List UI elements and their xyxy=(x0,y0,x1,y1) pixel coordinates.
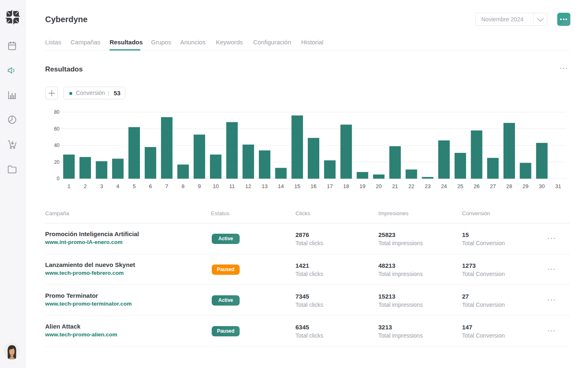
svg-text:14: 14 xyxy=(278,183,284,189)
svg-text:13: 13 xyxy=(262,183,268,189)
svg-text:40: 40 xyxy=(54,143,60,148)
svg-text:28: 28 xyxy=(506,183,512,189)
svg-text:80: 80 xyxy=(54,109,60,115)
svg-text:8: 8 xyxy=(182,183,185,189)
svg-text:3: 3 xyxy=(100,183,103,189)
svg-text:24: 24 xyxy=(441,183,447,189)
svg-text:2: 2 xyxy=(84,183,87,189)
svg-text:29: 29 xyxy=(522,183,528,189)
svg-text:26: 26 xyxy=(474,183,479,189)
svg-text:16: 16 xyxy=(311,183,316,189)
svg-text:25: 25 xyxy=(458,183,463,189)
svg-text:21: 21 xyxy=(392,183,398,189)
svg-text:19: 19 xyxy=(359,183,365,189)
svg-text:4: 4 xyxy=(117,183,119,189)
svg-text:27: 27 xyxy=(490,183,496,189)
svg-text:0: 0 xyxy=(57,176,59,182)
svg-text:23: 23 xyxy=(425,183,430,189)
svg-text:7: 7 xyxy=(165,183,168,189)
svg-text:20: 20 xyxy=(54,159,60,165)
svg-text:18: 18 xyxy=(343,183,349,189)
svg-text:12: 12 xyxy=(245,183,251,189)
svg-text:11: 11 xyxy=(229,183,235,189)
svg-text:22: 22 xyxy=(408,183,414,189)
svg-text:9: 9 xyxy=(198,183,201,189)
svg-text:60: 60 xyxy=(54,126,60,132)
svg-text:31: 31 xyxy=(555,183,561,189)
svg-text:15: 15 xyxy=(294,183,300,189)
svg-text:6: 6 xyxy=(149,183,152,189)
svg-text:30: 30 xyxy=(539,183,545,189)
svg-text:10: 10 xyxy=(213,183,218,189)
svg-text:20: 20 xyxy=(376,183,382,189)
svg-text:17: 17 xyxy=(327,183,333,189)
svg-text:1: 1 xyxy=(67,183,70,189)
svg-text:5: 5 xyxy=(133,183,135,189)
